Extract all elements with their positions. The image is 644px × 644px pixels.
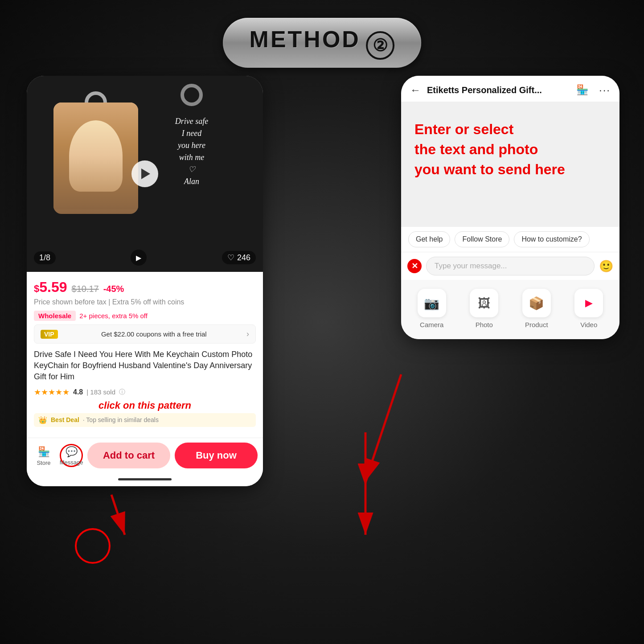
- home-indicator: [27, 473, 263, 486]
- keychain-tag-text: Drive safeI needyou herewith me♡Alan: [175, 115, 208, 188]
- store-button[interactable]: 🏪 Store: [32, 444, 55, 466]
- message-icon: 💬: [64, 445, 79, 459]
- photo-icon: 🖼: [470, 289, 498, 317]
- vip-label: VIP: [41, 330, 58, 339]
- product-image-area: Drive safeI needyou herewith me♡Alan 1/8…: [27, 76, 263, 272]
- photo-inner: [53, 103, 138, 214]
- method-label: METHOD: [250, 26, 361, 52]
- emoji-icon[interactable]: 🙂: [599, 259, 613, 273]
- method-badge: METHOD ②: [223, 18, 422, 68]
- video-label: Video: [580, 321, 597, 328]
- photo-option[interactable]: 🖼 Photo: [470, 289, 498, 328]
- close-button[interactable]: ✕: [407, 259, 422, 273]
- price-main: $5.59: [34, 279, 67, 295]
- video-icon: ▶: [574, 289, 603, 317]
- like-count: 246: [237, 253, 250, 263]
- keychain-photo: [53, 103, 138, 214]
- vip-row[interactable]: VIP Get $22.00 coupons with a free trial…: [34, 324, 256, 344]
- play-button[interactable]: [131, 160, 158, 187]
- right-phone-header: ← Etiketts Personalized Gift... 🏪 ···: [401, 76, 619, 102]
- image-counter: 1/8: [34, 251, 56, 264]
- product-icon: 📦: [522, 289, 551, 317]
- store-title: Etiketts Personalized Gift...: [427, 85, 570, 95]
- product-details: $5.59 $10.17 -45% Price shown before tax…: [27, 272, 263, 438]
- rating-row: ★★★★★ 4.8 | 183 sold ⓘ: [34, 387, 256, 397]
- store-icon: 🏪: [36, 444, 51, 459]
- instruction-text: Enter or selectthe text and photoyou wan…: [414, 119, 606, 179]
- bottom-bar: 🏪 Store 💬 Message Add to cart Buy now: [27, 438, 263, 473]
- price-original: $10.17: [72, 284, 99, 294]
- store-label: Store: [37, 459, 50, 466]
- back-button[interactable]: ←: [410, 84, 421, 96]
- price-discount: -45%: [103, 284, 124, 294]
- vip-arrow-icon: ›: [246, 329, 249, 339]
- wholesale-badge: Wholesale 2+ pieces, extra 5% off: [34, 311, 148, 321]
- store-header-icon[interactable]: 🏪: [576, 84, 588, 96]
- svg-line-2: [365, 374, 401, 481]
- crown-icon: 👑: [38, 416, 47, 424]
- best-deal-label: Best Deal: [51, 416, 79, 423]
- more-options-icon[interactable]: ···: [599, 84, 611, 96]
- get-help-button[interactable]: Get help: [408, 231, 450, 247]
- image-like[interactable]: ♡ 246: [222, 251, 256, 264]
- message-label: Message: [60, 459, 83, 466]
- message-input-row: ✕ Type your message... 🙂: [401, 252, 619, 280]
- camera-label: Camera: [420, 321, 443, 328]
- method-number: ②: [366, 31, 394, 60]
- message-button[interactable]: 💬 Message: [60, 444, 83, 467]
- price-row: $5.59 $10.17 -45%: [34, 279, 256, 295]
- add-to-cart-button[interactable]: Add to cart: [87, 443, 170, 468]
- image-controls: 1/8 ▶ ♡ 246: [27, 250, 263, 266]
- quick-replies: Get help Follow Store How to customize?: [401, 226, 619, 252]
- left-phone: Drive safeI needyou herewith me♡Alan 1/8…: [27, 76, 263, 486]
- chat-area: Enter or selectthe text and photoyou wan…: [401, 102, 619, 226]
- keychain-tag: Drive safeI needyou herewith me♡Alan: [149, 94, 234, 209]
- camera-option[interactable]: 📷 Camera: [418, 289, 446, 328]
- svg-line-5: [111, 495, 125, 535]
- best-deal-text: · Top selling in similar deals: [83, 416, 159, 423]
- heart-icon: ♡: [227, 253, 234, 263]
- product-title: Drive Safe I Need You Here With Me Keych…: [34, 349, 256, 383]
- product-bg: Drive safeI needyou herewith me♡Alan: [27, 76, 263, 272]
- image-play-small[interactable]: ▶: [131, 250, 147, 266]
- star-rating: ★★★★★: [34, 387, 70, 397]
- play-triangle-icon: [141, 168, 150, 179]
- home-bar: [118, 478, 172, 480]
- info-icon: ⓘ: [119, 388, 125, 396]
- wholesale-text: 2+ pieces, extra 5% off: [79, 312, 148, 320]
- keychain-left: [53, 103, 143, 227]
- camera-icon: 📷: [418, 289, 446, 317]
- click-annotation: click on this pattern: [34, 400, 256, 411]
- video-option[interactable]: ▶ Video: [574, 289, 603, 328]
- keychain-ring-right: [180, 84, 203, 106]
- keychain-right: Drive safeI needyou herewith me♡Alan: [149, 94, 238, 227]
- product-label: Product: [525, 321, 548, 328]
- how-to-customize-button[interactable]: How to customize?: [514, 231, 589, 247]
- follow-store-button[interactable]: Follow Store: [455, 231, 509, 247]
- photo-label: Photo: [476, 321, 493, 328]
- instruction-box: Enter or selectthe text and photoyou wan…: [401, 102, 619, 188]
- message-circle-annotation: [75, 528, 111, 564]
- price-subtitle: Price shown before tax | Extra 5% off wi…: [34, 298, 256, 306]
- sold-count: | 183 sold: [86, 388, 115, 396]
- best-deal-row: 👑 Best Deal · Top selling in similar dea…: [34, 413, 256, 427]
- media-options: 📷 Camera 🖼 Photo 📦 Product ▶ Video: [401, 280, 619, 339]
- rating-score: 4.8: [73, 388, 83, 396]
- vip-text: Get $22.00 coupons with a free trial: [101, 330, 207, 338]
- product-option[interactable]: 📦 Product: [522, 289, 551, 328]
- buy-now-button[interactable]: Buy now: [175, 443, 258, 468]
- right-phone: ← Etiketts Personalized Gift... 🏪 ··· En…: [401, 76, 619, 339]
- message-circle: 💬 Message: [60, 444, 83, 467]
- wholesale-tag: Wholesale: [34, 311, 76, 321]
- message-input[interactable]: Type your message...: [426, 257, 595, 275]
